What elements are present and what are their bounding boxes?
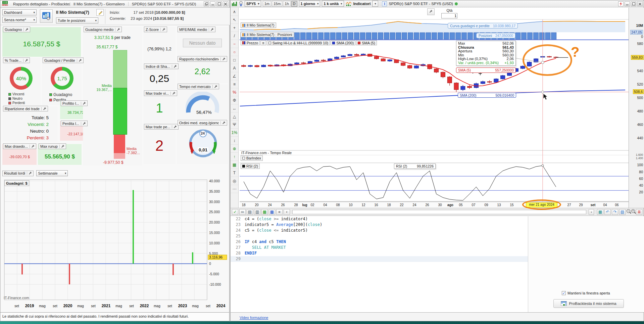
code-line[interactable]: 27 SELL AT MARKET (231, 245, 528, 250)
code-line[interactable]: 28ENDIF (231, 250, 528, 256)
panel-sharpe-header[interactable]: Indice di Sha... (144, 63, 179, 69)
ellipse-tool-icon[interactable]: ○ (231, 48, 238, 56)
probacktest-button[interactable]: ProBacktesta il mio sistema (553, 299, 624, 308)
growth-tool-icon[interactable]: 1% (231, 129, 238, 137)
wrench-icon[interactable] (27, 172, 32, 175)
risultati-period-select[interactable]: Settimanale▾ (36, 170, 68, 176)
table-blue-icon[interactable]: ▩ (269, 209, 275, 215)
report-titlebar[interactable]: DEMO Rapporto dettagliato - ProBacktest … (0, 0, 229, 8)
copy-icon[interactable]: ▤ (247, 209, 253, 215)
panel-profitto-header[interactable]: Profitto l... (61, 100, 88, 106)
positions-filter-select[interactable]: Tutte le posizioni▾ (56, 17, 98, 24)
video-formazione-link[interactable]: Video formazione (240, 316, 268, 320)
percent-tool-icon[interactable]: % (231, 88, 238, 96)
minimize-button[interactable] (210, 1, 215, 6)
report-settings-button[interactable] (40, 9, 53, 23)
zoom-out-icon[interactable]: − (627, 209, 630, 213)
panel-max-runup-header[interactable]: Max runup (39, 143, 66, 149)
panel-guadagno-header[interactable]: Guadagno (3, 27, 30, 32)
code-line[interactable]: 25 (231, 233, 528, 239)
chart-minimize-button[interactable] (625, 1, 630, 6)
wrench-icon[interactable] (172, 65, 177, 68)
chart-plus-icon[interactable]: ▦ (231, 161, 238, 169)
qty-input[interactable] (441, 13, 457, 18)
wrench-icon[interactable] (170, 92, 176, 95)
timeframe-button-1h[interactable]: 1h (283, 1, 290, 7)
panel-risk-reward-header[interactable]: Rapporto rischio/rendime... (178, 56, 227, 62)
wrench-icon[interactable] (429, 10, 433, 14)
close-button[interactable] (223, 1, 228, 6)
date-axis[interactable]: mer 21 ago 2024 1820242628lug02040810121… (240, 202, 629, 208)
indicators-button[interactable]: Indicatori (353, 2, 371, 6)
period-select[interactable]: 1 giorno▾ (299, 1, 320, 7)
data-table-icon[interactable]: ▦ (597, 209, 603, 215)
wrench-icon[interactable] (115, 28, 120, 31)
edit-chart-icon[interactable]: ▧ (619, 209, 626, 215)
horizontal-line-tool-icon[interactable]: − (231, 40, 238, 48)
risultati-lordi-header[interactable]: Risultati lordi (2, 171, 34, 176)
wrench-icon[interactable] (220, 57, 226, 61)
updown-tool-icon[interactable]: ↕ (231, 137, 238, 145)
rsi-pane-label[interactable]: RSI (2) (241, 164, 260, 169)
angle-tool-icon[interactable]: ∠ (231, 72, 238, 80)
validate-icon[interactable]: ✓ (232, 209, 238, 215)
chart-maximize-button[interactable] (631, 1, 636, 6)
code-line[interactable]: 23indicator5 = Average[200](close) (231, 222, 528, 228)
positions-pane-label[interactable]: Il Mio Sistema(7) : Posizioni (241, 32, 294, 37)
wrench-icon[interactable] (59, 145, 64, 148)
maximize-button[interactable] (216, 1, 222, 6)
crosshair-tool-icon[interactable]: + (231, 24, 238, 32)
panel-ordini-header[interactable]: Ordini med. eseg./giorno (178, 120, 227, 126)
units-select[interactable]: 1 k unità▾ (322, 1, 344, 7)
info-icon[interactable]: i (382, 1, 387, 6)
price-chart-canvas[interactable] (240, 19, 629, 202)
collapse-left-icon[interactable]: « (276, 209, 283, 215)
indicators-dropdown[interactable]: ▾ (372, 1, 378, 7)
code-line[interactable]: 29 (231, 256, 528, 262)
price-axis[interactable]: 10M247,050580559,83540520508,65004804604… (629, 8, 644, 208)
legend-sma200[interactable]: SMA (200) (331, 40, 355, 45)
redo-icon[interactable]: ↷ (612, 209, 618, 215)
panel-max-trade-win-header[interactable]: Max trade vi... (144, 90, 177, 96)
layout-select[interactable]: Senza nome*▾ (2, 17, 37, 23)
equity-pane-label[interactable]: Il Mio Sistema(7) (241, 22, 276, 28)
more-tools-icon[interactable]: ⋯ (231, 185, 238, 193)
timeframe-button-D[interactable]: D (291, 1, 297, 7)
code-editor[interactable]: 22c4 = (close >= indicator4)23indicator5… (231, 216, 528, 312)
arrow-tool-icon[interactable]: ↔ (231, 104, 238, 112)
scroll-right-button[interactable]: › (589, 209, 594, 215)
panel-tempo-mercato-header[interactable]: Tempo nel mercato (178, 84, 219, 89)
code-line[interactable]: 24c5 = (close <= indicator5) (231, 228, 528, 233)
code-line[interactable]: 26IF c4 and c5 THEN (231, 239, 528, 245)
code-line[interactable]: 22c4 = (close >= indicator4) (231, 216, 528, 222)
keep-open-checkbox[interactable]: ✓ (562, 291, 566, 295)
panel-zscore-header[interactable]: Z-Score (144, 27, 167, 32)
zoom-in-icon[interactable]: + (631, 209, 635, 213)
link-icon[interactable]: ∞ (239, 209, 246, 215)
legend-sma5[interactable]: SMA (5) (356, 40, 377, 45)
panel-mfe-mae-header[interactable]: MFE/MAE medio (178, 27, 215, 32)
undo-icon[interactable]: ↶ (604, 209, 611, 215)
scroll-up-icon[interactable]: ∧ (231, 8, 238, 16)
buy-arrow-icon[interactable]: ↑ (231, 153, 238, 161)
wrench-icon[interactable] (23, 28, 29, 31)
zoom-tool-icon[interactable]: ◎ (231, 177, 238, 185)
symbol-select[interactable]: SPY5▾ (245, 1, 261, 7)
pin-icon[interactable] (239, 1, 243, 6)
results-chart-canvas[interactable]: 40.00035.00030.00025.00020.00015.00010.0… (2, 178, 229, 311)
step-left-icon[interactable]: ‹ (284, 209, 290, 215)
wrench-icon[interactable] (30, 145, 35, 148)
wrench-icon[interactable] (209, 28, 214, 31)
legend-list-icon[interactable]: ≡ (260, 40, 266, 45)
wrench-icon[interactable] (41, 107, 46, 110)
wrench-icon[interactable] (212, 85, 217, 88)
panel-max-trade-lose-header[interactable]: Max trade pe... (144, 124, 179, 130)
rectangle-tool-icon[interactable]: □ (231, 56, 238, 64)
paste-icon[interactable]: ▥ (254, 209, 260, 215)
panel-perdita-header[interactable]: Perdita l... (61, 121, 88, 126)
chart-menu-icon[interactable]: ≣ (636, 209, 642, 215)
panel-max-drawdown-header[interactable]: Max drawdo... (3, 143, 36, 149)
detach-window-button[interactable] (204, 1, 209, 6)
wrench-icon[interactable] (77, 59, 82, 62)
order-settings-button[interactable] (427, 8, 435, 15)
